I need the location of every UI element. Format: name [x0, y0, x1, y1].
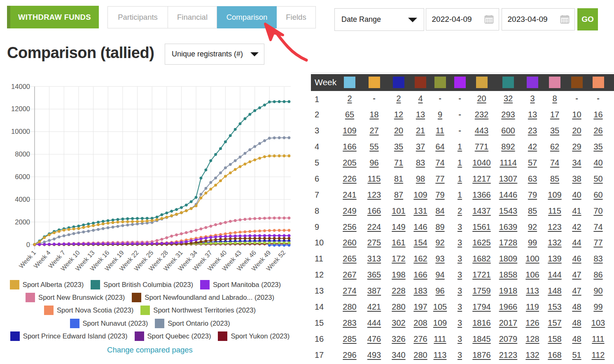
svg-text:0: 0 — [26, 241, 30, 248]
svg-text:4000: 4000 — [15, 196, 30, 203]
svg-text:6000: 6000 — [15, 173, 30, 180]
svg-text:10000: 10000 — [11, 128, 30, 135]
svg-text:2000: 2000 — [15, 218, 30, 226]
svg-text:8000: 8000 — [15, 150, 30, 158]
svg-text:14000: 14000 — [11, 83, 30, 90]
svg-text:12000: 12000 — [11, 105, 30, 112]
